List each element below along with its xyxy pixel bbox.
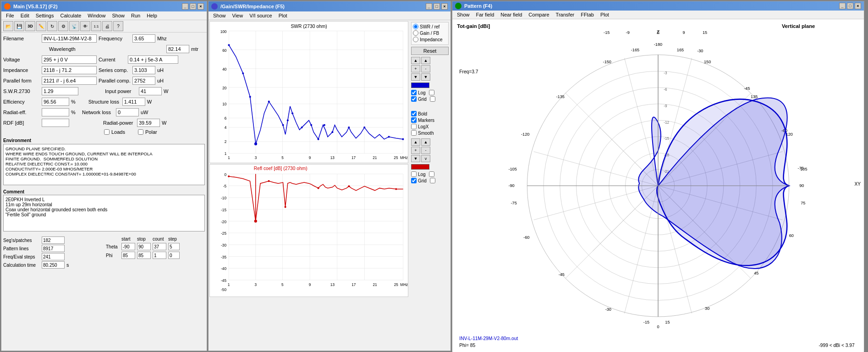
top-down2-btn[interactable]: ▼ xyxy=(421,73,430,81)
pattern-menu-farfield[interactable]: Far field xyxy=(473,11,497,18)
menu-help[interactable]: Help xyxy=(144,12,160,19)
theta-stop[interactable] xyxy=(137,243,151,250)
series-comp-input[interactable] xyxy=(132,66,155,74)
rdf-input[interactable] xyxy=(42,119,69,127)
bot-v-btn[interactable]: v xyxy=(421,155,430,162)
pattern-close-btn[interactable]: × xyxy=(855,3,861,9)
gain-menu-view[interactable]: View xyxy=(230,12,246,19)
gain-minimize-btn[interactable]: _ xyxy=(426,3,432,10)
grid-checkbox[interactable] xyxy=(411,96,417,102)
menu-show[interactable]: Show xyxy=(109,12,127,19)
bot-down-btn[interactable]: ▼ xyxy=(411,155,420,162)
menu-window[interactable]: Window xyxy=(85,12,108,19)
bot-minus-btn[interactable]: - xyxy=(421,147,430,154)
top-up2-btn[interactable]: ▲ xyxy=(421,57,430,64)
efficiency-input[interactable] xyxy=(42,98,69,106)
radiat-power-input[interactable] xyxy=(137,119,160,127)
pattern-minimize-btn[interactable]: _ xyxy=(839,3,846,9)
current-input[interactable] xyxy=(128,55,178,64)
bot-up2-btn[interactable]: ▲ xyxy=(421,138,430,146)
close-btn[interactable]: × xyxy=(198,3,204,10)
phi-count[interactable] xyxy=(153,252,166,259)
open-btn[interactable]: 📂 xyxy=(3,21,13,31)
phi-stop[interactable] xyxy=(137,252,151,259)
minimize-btn[interactable]: _ xyxy=(182,3,188,10)
pattern-lines-input[interactable] xyxy=(42,245,65,252)
save-btn[interactable]: 💾 xyxy=(14,21,24,31)
menu-edit[interactable]: Edit xyxy=(18,12,32,19)
frequency-input[interactable] xyxy=(132,34,155,43)
3d-btn[interactable]: 3D xyxy=(25,21,35,31)
loads-checkbox[interactable] xyxy=(104,129,110,135)
polar-checkbox[interactable] xyxy=(138,129,143,135)
gain-menu-plot[interactable]: Plot xyxy=(276,12,290,19)
pattern-menu-fftab[interactable]: FFtab xyxy=(578,11,597,18)
bot-grid-checkbox[interactable] xyxy=(411,178,417,183)
pattern-menu-nearfield[interactable]: Near field xyxy=(498,11,525,18)
bot-plus-btn[interactable]: + xyxy=(411,147,420,154)
pattern-window-controls[interactable]: _ □ × xyxy=(839,3,861,9)
calc-btn[interactable]: ⚙ xyxy=(58,21,68,31)
gain-close-btn[interactable]: × xyxy=(441,3,448,10)
top-plus-btn[interactable]: + xyxy=(411,65,420,72)
parallel-form-input[interactable] xyxy=(42,77,97,85)
grid2-checkbox[interactable] xyxy=(430,96,435,102)
phi-step[interactable] xyxy=(168,252,180,259)
antenna-btn[interactable]: 📡 xyxy=(69,21,79,31)
edit-btn[interactable]: ✏️ xyxy=(36,21,46,31)
impedance-input[interactable] xyxy=(42,66,97,74)
parallel-comp-input[interactable] xyxy=(132,77,155,85)
gain-window-controls[interactable]: _ □ × xyxy=(426,3,448,10)
pattern-menu-compare[interactable]: Compare xyxy=(526,11,552,18)
theta-step[interactable] xyxy=(168,243,180,250)
bot-log2-checkbox[interactable] xyxy=(429,171,434,177)
segs-input[interactable] xyxy=(42,236,65,244)
help-btn[interactable]: ? xyxy=(113,21,123,31)
main-window-controls[interactable]: _ □ × xyxy=(182,3,204,10)
top-minus-btn[interactable]: - xyxy=(421,65,430,72)
logx-checkbox[interactable] xyxy=(411,124,417,129)
filename-input[interactable] xyxy=(42,34,97,43)
bold-checkbox[interactable] xyxy=(411,111,417,116)
bot-grid2-checkbox[interactable] xyxy=(430,178,435,183)
pattern-menu-show[interactable]: Show xyxy=(454,11,472,18)
input-power-input[interactable] xyxy=(139,87,162,95)
menu-run[interactable]: Run xyxy=(128,12,143,19)
gain-fb-radio[interactable] xyxy=(413,30,418,36)
menu-calculate[interactable]: Calculate xyxy=(57,12,84,19)
log2-checkbox[interactable] xyxy=(429,90,434,95)
network-loss-input[interactable] xyxy=(116,108,139,116)
pattern-menu-plot[interactable]: Plot xyxy=(598,11,612,18)
menu-file[interactable]: File xyxy=(3,12,17,19)
pattern-maximize-btn[interactable]: □ xyxy=(847,3,853,9)
reset-button[interactable]: Reset xyxy=(411,47,449,55)
top-up-btn[interactable]: ▲ xyxy=(411,57,420,64)
menu-settings[interactable]: Settings xyxy=(33,12,57,19)
calc-time-input[interactable] xyxy=(42,261,65,269)
gain-menu-vi[interactable]: V/I source xyxy=(247,12,275,19)
freq-steps-input[interactable] xyxy=(42,253,65,260)
log-checkbox[interactable] xyxy=(411,90,417,95)
swr-input[interactable] xyxy=(42,87,78,95)
wavelength-input[interactable] xyxy=(166,45,189,53)
smooth-checkbox[interactable] xyxy=(411,130,417,136)
gain-maximize-btn[interactable]: □ xyxy=(434,3,440,10)
impedance-radio[interactable] xyxy=(413,37,418,42)
gain-menu-show[interactable]: Show xyxy=(210,12,229,19)
theta-count[interactable] xyxy=(153,243,166,250)
phi-start[interactable] xyxy=(121,252,135,259)
rotate-btn[interactable]: ↻ xyxy=(47,21,57,31)
scale-btn[interactable]: 1:1 xyxy=(91,21,101,31)
pattern-menu-transfer[interactable]: Transfer xyxy=(553,11,577,18)
swr-ref-radio[interactable] xyxy=(413,24,418,29)
view-btn[interactable]: 👁 xyxy=(80,21,90,31)
maximize-btn[interactable]: □ xyxy=(190,3,196,10)
structure-loss-input[interactable] xyxy=(122,98,145,106)
radiat-eff-input[interactable] xyxy=(42,108,69,116)
print-btn[interactable]: 🖨 xyxy=(102,21,112,31)
bot-log-checkbox[interactable] xyxy=(411,171,417,177)
voltage-input[interactable] xyxy=(42,55,97,64)
top-down-btn[interactable]: ▼ xyxy=(411,73,420,81)
theta-start[interactable] xyxy=(121,243,135,250)
bot-up-btn[interactable]: ▲ xyxy=(411,138,420,146)
